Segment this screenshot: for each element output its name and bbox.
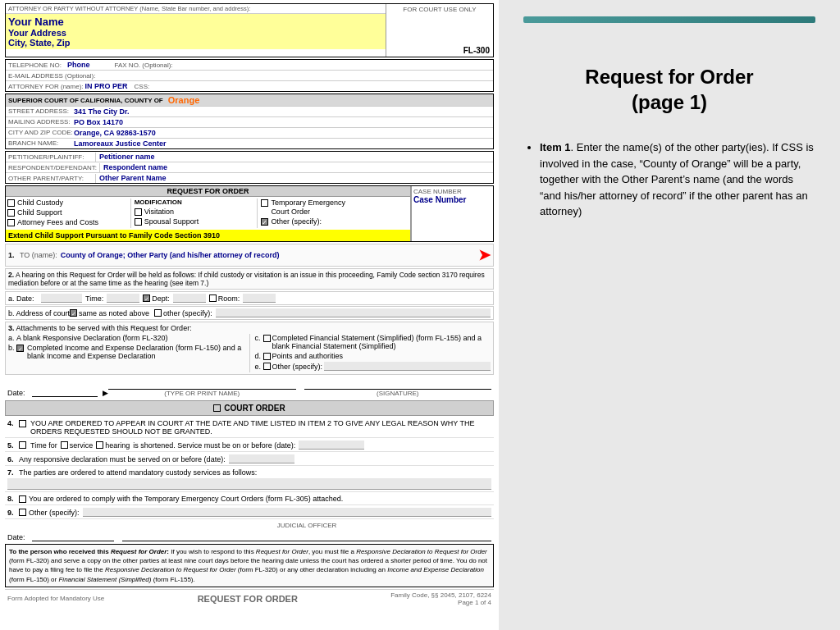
- attach-b-text: Completed Income and Expense Declaration…: [27, 344, 244, 360]
- page-number: Page 1 of 4: [390, 599, 491, 606]
- order6-number: 6.: [7, 455, 19, 463]
- city-zip-label: CITY AND ZIP CODE:: [8, 129, 74, 137]
- form-number: FL-300: [388, 46, 491, 55]
- checkbox-order9[interactable]: [19, 509, 26, 516]
- checkbox-other[interactable]: ✓: [261, 218, 268, 226]
- court-county: Orange: [168, 95, 200, 105]
- other-address-field[interactable]: [216, 308, 491, 317]
- attorney-for-label: ATTORNEY FOR (name):: [8, 83, 84, 90]
- checkbox-other-address[interactable]: [154, 309, 162, 317]
- phone-value: Phone: [67, 61, 90, 69]
- city-zip-value: Orange, CA 92863-1570: [74, 129, 156, 137]
- attorney-name: Your Name: [8, 16, 383, 28]
- other-specify-label: Other (specify):: [271, 217, 322, 226]
- checkbox-order4[interactable]: [19, 420, 26, 427]
- petitioner-label: PETITIONER/PLAINTIFF:: [6, 153, 96, 162]
- item3-text: Attachments to be served with this Reque…: [16, 324, 192, 332]
- court-use-label: FOR COURT USE ONLY: [388, 6, 491, 13]
- footer-title: REQUEST FOR ORDER: [198, 594, 298, 604]
- checkbox-room[interactable]: [209, 294, 217, 302]
- checkbox-attach-c[interactable]: [263, 335, 271, 342]
- checkbox-service[interactable]: [61, 441, 68, 449]
- hearing-room-field[interactable]: [243, 294, 276, 303]
- checkbox-child-custody[interactable]: [7, 199, 15, 207]
- order4-number: 4.: [7, 419, 19, 427]
- order9-field[interactable]: [83, 508, 491, 517]
- info-title: Request for Order (page 1): [585, 64, 753, 115]
- mailing-value: PO Box 14170: [74, 118, 123, 126]
- notice-text: To the person who received this Request …: [9, 548, 487, 583]
- accent-bar: [523, 16, 815, 23]
- type-print-area[interactable]: [108, 378, 296, 390]
- attach-c-text: Completed Financial Statement (Simplifie…: [272, 334, 491, 350]
- attach-a-letter: a.: [8, 334, 16, 342]
- mailing-label: MAILING ADDRESS:: [8, 118, 74, 126]
- judicial-officer-field[interactable]: [122, 530, 491, 541]
- hearing-a-label: a. Date:: [8, 294, 41, 303]
- attach-b-letter: b.: [8, 344, 16, 352]
- checkbox-attach-d[interactable]: [263, 353, 271, 360]
- checkbox-attorney-fees[interactable]: [7, 219, 15, 226]
- date-field[interactable]: [32, 386, 98, 397]
- hearing-time-field[interactable]: [107, 294, 139, 303]
- attach-e-text: Other (specify):: [272, 363, 323, 371]
- hearing-date-field[interactable]: [41, 294, 82, 303]
- order7-field[interactable]: [7, 478, 491, 490]
- email-label: E-MAIL ADDRESS (Optional):: [8, 72, 95, 80]
- checkbox-hearing[interactable]: [96, 441, 103, 449]
- phone-label: TELEPHONE NO:: [8, 62, 66, 69]
- order5-rest: is shortened. Service must be on or befo…: [133, 441, 295, 450]
- attorney-address: Your Address: [8, 28, 383, 38]
- rfo-header: REQUEST FOR ORDER: [6, 186, 410, 197]
- petitioner-value: Petitioner name: [96, 152, 158, 162]
- item1-value: County of Orange; Other Party (and his/h…: [61, 251, 475, 259]
- order5-date-field[interactable]: [299, 441, 364, 450]
- order6-date-field[interactable]: [229, 454, 294, 463]
- room-label: Room:: [218, 294, 240, 303]
- checkbox-same-as[interactable]: ✓: [70, 309, 77, 317]
- info-bullet-1: Item 1. Enter the name(s) of the other p…: [540, 139, 815, 220]
- branch-value: Lamoreaux Justice Center: [74, 139, 167, 148]
- judicial-officer-label: JUDICIAL OFFICER: [122, 522, 491, 529]
- footer-adopted: Form Adopted for Mandatory Use: [7, 595, 104, 602]
- temp-emergency-label: Temporary Emergency: [271, 199, 345, 207]
- child-custody-label: Child Custody: [17, 199, 63, 207]
- checkbox-dept[interactable]: ✓: [143, 294, 150, 302]
- signature-area[interactable]: [304, 378, 492, 390]
- notice-block: To the person who received this Request …: [5, 544, 494, 587]
- checkbox-temp-emergency[interactable]: [261, 199, 268, 207]
- date-label-bottom: Date:: [7, 533, 32, 541]
- case-number-label: CASE NUMBER: [413, 188, 491, 195]
- checkbox-visitation[interactable]: [135, 208, 142, 216]
- attorney-for-value: IN PRO PER: [85, 82, 128, 90]
- hearing-b-label: b. Address of court: [8, 309, 70, 317]
- attach-d-letter: d.: [255, 352, 263, 360]
- date-bottom-field[interactable]: [32, 530, 114, 541]
- attach-e-field[interactable]: [324, 362, 491, 371]
- visitation-label: Visitation: [144, 208, 174, 216]
- signature-label: (SIGNATURE): [304, 390, 492, 397]
- order7-text: The parties are ordered to attend mandat…: [19, 468, 257, 477]
- extend-child-support: Extend Child Support Pursuant to Family …: [6, 230, 410, 241]
- street-label: STREET ADDRESS:: [8, 107, 74, 116]
- branch-label: BRANCH NAME:: [8, 139, 74, 148]
- checkbox-child-support[interactable]: [7, 209, 15, 217]
- checkbox-attach-b[interactable]: ✓: [16, 345, 24, 352]
- right-arrow-icon: ▶: [103, 389, 108, 397]
- checkbox-order8[interactable]: [19, 495, 26, 503]
- modification-label: MODIFICATION: [135, 199, 258, 206]
- court-label: SUPERIOR COURT OF CALIFORNIA, COUNTY OF: [8, 97, 163, 104]
- attach-c-letter: c.: [255, 334, 263, 342]
- hearing-dept-field[interactable]: [173, 294, 206, 303]
- checkbox-spousal-support[interactable]: [135, 218, 142, 226]
- checkbox-attach-e[interactable]: [263, 363, 271, 370]
- attach-e-letter: e.: [255, 363, 263, 371]
- spousal-support-label: Spousal Support: [144, 217, 199, 226]
- checkbox-order5[interactable]: [19, 441, 26, 449]
- order8-number: 8.: [7, 495, 19, 503]
- dept-label: Dept:: [152, 294, 170, 303]
- fax-label: FAX NO. (Optional):: [115, 62, 173, 69]
- checkbox-court-order-header[interactable]: [213, 404, 221, 412]
- form-container: ATTORNEY OR PARTY WITHOUT ATTORNEY (Name…: [0, 0, 499, 611]
- attorney-label: ATTORNEY OR PARTY WITHOUT ATTORNEY (Name…: [6, 4, 386, 14]
